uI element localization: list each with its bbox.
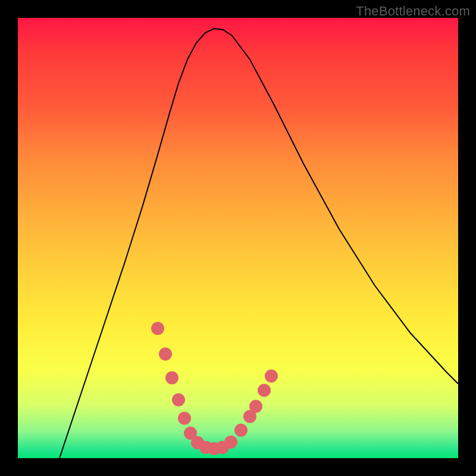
valley-marker [224, 436, 237, 449]
valley-marker [165, 371, 178, 384]
curve-svg [18, 18, 458, 458]
valley-marker [249, 400, 262, 413]
chart-container: TheBottleneck.com [0, 0, 476, 476]
valley-marker [159, 347, 172, 361]
valley-marker [265, 369, 278, 383]
valley-marker [234, 424, 248, 437]
attribution-label: TheBottleneck.com [356, 4, 470, 19]
valley-markers [151, 322, 278, 455]
valley-marker [258, 384, 271, 397]
plot-area [18, 18, 458, 458]
valley-marker [151, 322, 164, 335]
valley-marker [178, 412, 191, 425]
valley-marker [172, 393, 185, 406]
